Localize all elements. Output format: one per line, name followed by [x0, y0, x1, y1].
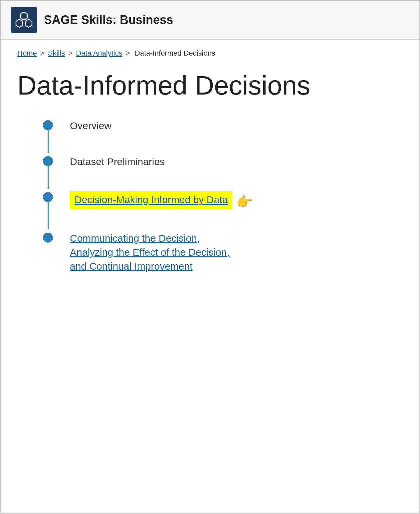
- breadcrumb-home[interactable]: Home: [17, 49, 37, 57]
- svg-marker-2: [25, 19, 32, 27]
- svg-marker-0: [21, 12, 27, 20]
- timeline-content-4: Communicating the Decision,Analyzing the…: [70, 229, 393, 277]
- breadcrumb-current: Data-Informed Decisions: [135, 49, 215, 57]
- timeline-content-1: Overview: [70, 117, 393, 153]
- timeline-label-overview: Overview: [70, 120, 111, 131]
- breadcrumb: Home > Skills > Data Analytics > Data-In…: [1, 40, 419, 61]
- timeline-link-decision-making[interactable]: Decision-Making Informed by Data: [75, 194, 228, 205]
- timeline-left-4: [41, 229, 55, 277]
- timeline-item-communicating: Communicating the Decision,Analyzing the…: [41, 229, 393, 277]
- timeline-dot-2: [43, 156, 53, 166]
- timeline-content-3: Decision-Making Informed by Data 👈: [70, 189, 393, 229]
- timeline: Overview Dataset Preliminaries Decision-…: [1, 114, 419, 297]
- timeline-left-3: [41, 189, 55, 229]
- breadcrumb-data-analytics[interactable]: Data Analytics: [76, 49, 122, 57]
- timeline-content-2: Dataset Preliminaries: [70, 153, 393, 189]
- timeline-item-decision-making: Decision-Making Informed by Data 👈: [41, 189, 393, 229]
- page-title: Data-Informed Decisions: [1, 61, 419, 114]
- highlight-box: Decision-Making Informed by Data: [70, 191, 232, 209]
- header-title: SAGE Skills: Business: [44, 13, 173, 27]
- breadcrumb-sep-1: >: [40, 49, 45, 57]
- breadcrumb-skills[interactable]: Skills: [48, 49, 65, 57]
- breadcrumb-sep-3: >: [126, 49, 130, 57]
- svg-marker-1: [16, 19, 23, 27]
- cursor-pointer-icon: 👈: [237, 194, 253, 209]
- timeline-left-2: [41, 153, 55, 189]
- timeline-left-1: [41, 117, 55, 153]
- header: SAGE Skills: Business: [1, 1, 419, 40]
- timeline-line-3: [48, 202, 49, 229]
- logo: [11, 7, 37, 33]
- timeline-dot-4: [43, 233, 53, 243]
- timeline-link-communicating[interactable]: Communicating the Decision,Analyzing the…: [70, 233, 230, 272]
- breadcrumb-sep-2: >: [68, 49, 73, 57]
- timeline-line-2: [48, 166, 49, 189]
- timeline-line-1: [48, 130, 49, 153]
- timeline-dot-1: [43, 120, 53, 130]
- timeline-item-dataset: Dataset Preliminaries: [41, 153, 393, 189]
- timeline-item-overview: Overview: [41, 117, 393, 153]
- timeline-label-dataset: Dataset Preliminaries: [70, 156, 165, 167]
- timeline-dot-3: [43, 192, 53, 202]
- sage-logo-icon: [15, 11, 33, 29]
